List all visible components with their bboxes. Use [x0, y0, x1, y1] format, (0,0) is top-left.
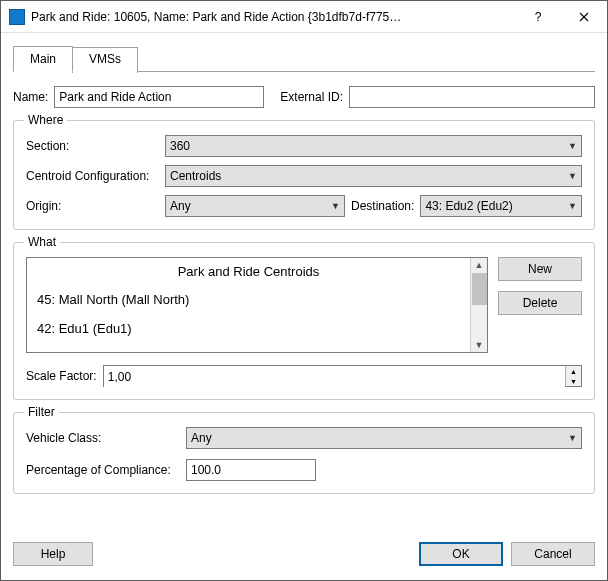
- name-field[interactable]: [54, 86, 264, 108]
- filter-group: Filter Vehicle Class: Any ▼ Percentage o…: [13, 412, 595, 494]
- filter-title: Filter: [24, 405, 59, 419]
- new-button[interactable]: New: [498, 257, 582, 281]
- tab-bar: Main VMSs: [13, 45, 595, 72]
- scale-factor-input[interactable]: [104, 366, 565, 388]
- help-icon[interactable]: ?: [515, 1, 561, 32]
- where-title: Where: [24, 113, 67, 127]
- scrollbar[interactable]: ▲ ▼: [470, 258, 487, 352]
- chevron-down-icon: ▼: [568, 201, 577, 211]
- section-combo[interactable]: 360 ▼: [165, 135, 582, 157]
- where-group: Where Section: 360 ▼ Centroid Configurat…: [13, 120, 595, 230]
- destination-label: Destination:: [351, 199, 414, 213]
- scale-factor-stepper[interactable]: ▲ ▼: [103, 365, 582, 387]
- delete-button[interactable]: Delete: [498, 291, 582, 315]
- vehicle-class-label: Vehicle Class:: [26, 431, 186, 445]
- help-button[interactable]: Help: [13, 542, 93, 566]
- app-icon: [9, 9, 25, 25]
- section-value: 360: [170, 139, 190, 153]
- cancel-button[interactable]: Cancel: [511, 542, 595, 566]
- spin-down-icon[interactable]: ▼: [566, 376, 581, 386]
- close-icon[interactable]: [561, 1, 607, 32]
- chevron-down-icon: ▼: [568, 171, 577, 181]
- list-item[interactable]: 45: Mall North (Mall North): [27, 285, 470, 314]
- chevron-down-icon: ▼: [331, 201, 340, 211]
- scroll-down-icon[interactable]: ▼: [475, 338, 484, 352]
- tab-main[interactable]: Main: [13, 46, 73, 72]
- centroid-config-value: Centroids: [170, 169, 221, 183]
- origin-label: Origin:: [26, 199, 161, 213]
- compliance-field[interactable]: [186, 459, 316, 481]
- title-bar: Park and Ride: 10605, Name: Park and Rid…: [1, 1, 607, 33]
- vehicle-class-value: Any: [191, 431, 212, 445]
- scale-factor-label: Scale Factor:: [26, 369, 97, 383]
- origin-value: Any: [170, 199, 191, 213]
- name-label: Name:: [13, 90, 48, 104]
- destination-combo[interactable]: 43: Edu2 (Edu2) ▼: [420, 195, 582, 217]
- destination-value: 43: Edu2 (Edu2): [425, 199, 512, 213]
- vehicle-class-combo[interactable]: Any ▼: [186, 427, 582, 449]
- centroid-config-label: Centroid Configuration:: [26, 169, 161, 183]
- list-item[interactable]: 42: Edu1 (Edu1): [27, 314, 470, 343]
- dialog-footer: Help OK Cancel: [1, 532, 607, 580]
- what-title: What: [24, 235, 60, 249]
- spin-up-icon[interactable]: ▲: [566, 366, 581, 376]
- chevron-down-icon: ▼: [568, 433, 577, 443]
- what-group: What Park and Ride Centroids 45: Mall No…: [13, 242, 595, 400]
- tab-vmss[interactable]: VMSs: [72, 47, 138, 73]
- chevron-down-icon: ▼: [568, 141, 577, 151]
- external-id-label: External ID:: [280, 90, 343, 104]
- origin-combo[interactable]: Any ▼: [165, 195, 345, 217]
- centroids-list[interactable]: Park and Ride Centroids 45: Mall North (…: [26, 257, 488, 353]
- centroid-config-combo[interactable]: Centroids ▼: [165, 165, 582, 187]
- scroll-thumb[interactable]: [472, 273, 487, 305]
- compliance-label: Percentage of Compliance:: [26, 463, 186, 477]
- list-header: Park and Ride Centroids: [27, 258, 470, 285]
- scroll-up-icon[interactable]: ▲: [475, 258, 484, 272]
- window-title: Park and Ride: 10605, Name: Park and Rid…: [31, 10, 515, 24]
- ok-button[interactable]: OK: [419, 542, 503, 566]
- external-id-field[interactable]: [349, 86, 595, 108]
- section-label: Section:: [26, 139, 161, 153]
